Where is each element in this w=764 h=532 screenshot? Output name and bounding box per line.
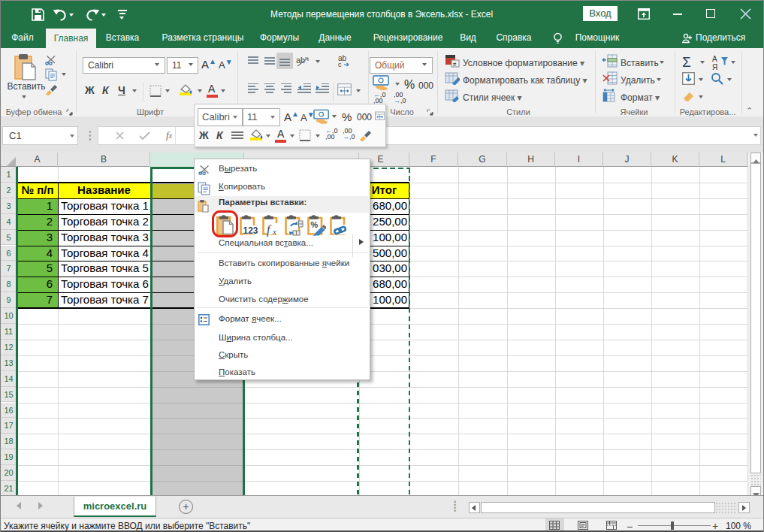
svg-text:c: c	[338, 61, 342, 68]
svg-text:123: 123	[243, 225, 258, 236]
svg-text:%: %	[311, 220, 319, 229]
svg-text:≠: ≠	[453, 61, 457, 68]
svg-text:x: x	[272, 227, 276, 236]
